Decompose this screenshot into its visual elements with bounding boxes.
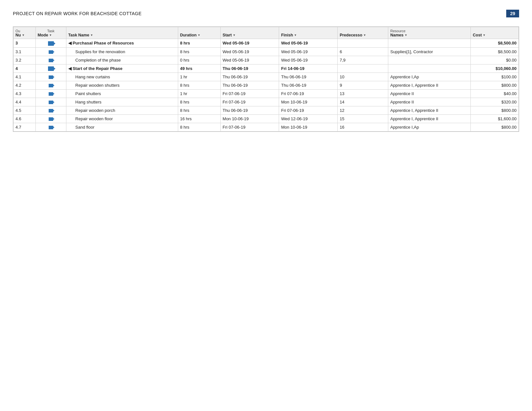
row-task-name: Completion of the phase bbox=[66, 56, 178, 64]
row-start: Thu 06-06-19 bbox=[220, 73, 279, 81]
row-predecessors: 10 bbox=[338, 73, 388, 81]
row-num: 4.7 bbox=[14, 123, 36, 132]
row-resource-names: Apprentice I, Apprentice II bbox=[388, 115, 471, 123]
resource-sort-icon[interactable]: ▼ bbox=[404, 34, 407, 37]
col-header-duration[interactable]: Duration ▼ bbox=[178, 27, 220, 39]
row-resource-names: Apprentice I,Ap bbox=[388, 73, 471, 81]
row-finish: Fri 07-06-19 bbox=[279, 90, 338, 98]
table-row: 4.5Repair wooden porch8 hrsThu 06-06-19F… bbox=[14, 106, 519, 115]
row-resource-names: Apprentice I,Ap bbox=[388, 123, 471, 132]
row-duration: 8 hrs bbox=[178, 98, 220, 106]
col-header-resource-names[interactable]: Resource Names ▼ bbox=[388, 27, 471, 39]
col-header-start[interactable]: Start ▼ bbox=[220, 27, 279, 39]
row-duration: 1 hr bbox=[178, 90, 220, 98]
row-predecessors: 9 bbox=[338, 81, 388, 90]
row-finish: Mon 10-06-19 bbox=[279, 98, 338, 106]
row-predecessors: 16 bbox=[338, 123, 388, 132]
row-task-mode bbox=[35, 106, 66, 115]
row-cost: $40.00 bbox=[471, 90, 519, 98]
row-task-name: Supplies for the renovation bbox=[66, 47, 178, 56]
task-mode-sort-icon[interactable]: ▼ bbox=[49, 34, 52, 37]
row-finish: Fri 07-06-19 bbox=[279, 106, 338, 115]
project-table: Ou Nu ▼ Task Mode ▼ Task Na bbox=[13, 27, 519, 132]
table-row: 3.2Completion of the phase0 hrsWed 05-06… bbox=[14, 56, 519, 64]
row-num: 4.3 bbox=[14, 90, 36, 98]
task-mode-icon bbox=[49, 109, 53, 113]
cost-sort-icon[interactable]: ▼ bbox=[483, 34, 486, 37]
row-num: 4.4 bbox=[14, 98, 36, 106]
row-duration: 8 hrs bbox=[178, 106, 220, 115]
row-task-name: Repair wooden floor bbox=[66, 115, 178, 123]
row-task-mode bbox=[35, 115, 66, 123]
duration-sort-icon[interactable]: ▼ bbox=[198, 34, 200, 37]
row-num: 3.2 bbox=[14, 56, 36, 64]
row-resource-names bbox=[388, 39, 471, 48]
table-row: 4.1Hang new curtains1 hrThu 06-06-19Thu … bbox=[14, 73, 519, 81]
row-num: 4 bbox=[14, 64, 36, 73]
start-sort-icon[interactable]: ▼ bbox=[233, 34, 236, 37]
table-row: 4.3Paint shutters1 hrFri 07-06-19Fri 07-… bbox=[14, 90, 519, 98]
row-num: 4.2 bbox=[14, 81, 36, 90]
col-header-cost[interactable]: Cost ▼ bbox=[471, 27, 519, 39]
row-resource-names: Apprentice I, Apprentice II bbox=[388, 81, 471, 90]
row-start: Fri 07-06-19 bbox=[220, 98, 279, 106]
row-task-name: Repair wooden shutters bbox=[66, 81, 178, 90]
project-table-wrapper: Ou Nu ▼ Task Mode ▼ Task Na bbox=[13, 26, 519, 132]
ou-nu-sort-icon[interactable]: ▼ bbox=[22, 34, 25, 37]
row-resource-names: Supplies[1], Contractor bbox=[388, 47, 471, 56]
task-mode-icon bbox=[49, 59, 53, 62]
pred-sort-icon[interactable]: ▼ bbox=[363, 34, 366, 37]
row-start: Mon 10-06-19 bbox=[220, 115, 279, 123]
row-cost: $100.00 bbox=[471, 73, 519, 81]
row-duration: 1 hr bbox=[178, 73, 220, 81]
row-start: Thu 06-06-19 bbox=[220, 64, 279, 73]
col-header-predecessors[interactable]: Predecesso ▼ bbox=[338, 27, 388, 39]
col-header-task-name[interactable]: Task Name ▼ bbox=[66, 27, 178, 39]
row-task-name: ◀ Purchasal Phase of Resources bbox=[66, 39, 178, 48]
row-cost: $0.00 bbox=[471, 56, 519, 64]
row-cost: $800.00 bbox=[471, 106, 519, 115]
row-duration: 49 hrs bbox=[178, 64, 220, 73]
col-header-ou-nu[interactable]: Ou Nu ▼ bbox=[14, 27, 36, 39]
task-mode-icon bbox=[49, 126, 53, 129]
task-mode-icon bbox=[49, 92, 53, 96]
row-task-mode bbox=[35, 73, 66, 81]
col-header-finish[interactable]: Finish ▼ bbox=[279, 27, 338, 39]
row-finish: Mon 10-06-19 bbox=[279, 123, 338, 132]
table-row: 4◀ Start of the Repair Phase49 hrsThu 06… bbox=[14, 64, 519, 73]
row-resource-names: Apprentice I, Apprentice II bbox=[388, 106, 471, 115]
row-task-mode bbox=[35, 47, 66, 56]
row-task-mode bbox=[35, 90, 66, 98]
table-header-row: Ou Nu ▼ Task Mode ▼ Task Na bbox=[14, 27, 519, 39]
row-num: 4.1 bbox=[14, 73, 36, 81]
row-predecessors bbox=[338, 64, 388, 73]
table-row: 3◀ Purchasal Phase of Resources8 hrsWed … bbox=[14, 39, 519, 48]
task-mode-icon bbox=[49, 75, 53, 79]
row-cost: $8,500.00 bbox=[471, 47, 519, 56]
row-predecessors: 12 bbox=[338, 106, 388, 115]
row-resource-names: Apprentice II bbox=[388, 98, 471, 106]
table-row: 4.7Sand floor8 hrsFri 07-06-19Mon 10-06-… bbox=[14, 123, 519, 132]
row-resource-names bbox=[388, 56, 471, 64]
row-task-mode bbox=[35, 39, 66, 48]
row-start: Thu 06-06-19 bbox=[220, 106, 279, 115]
row-cost: $800.00 bbox=[471, 123, 519, 132]
row-num: 3.1 bbox=[14, 47, 36, 56]
finish-sort-icon[interactable]: ▼ bbox=[294, 34, 297, 37]
row-duration: 16 hrs bbox=[178, 115, 220, 123]
row-task-mode bbox=[35, 98, 66, 106]
project-title: PROJECT ON REPAIR WORK FOR BEACHSIDE COT… bbox=[13, 10, 142, 16]
row-duration: 8 hrs bbox=[178, 81, 220, 90]
row-finish: Wed 05-06-19 bbox=[279, 47, 338, 56]
task-name-sort-icon[interactable]: ▼ bbox=[90, 34, 93, 37]
col-header-task-mode[interactable]: Task Mode ▼ bbox=[35, 27, 66, 39]
task-mode-icon bbox=[49, 117, 53, 121]
row-predecessors: 14 bbox=[338, 98, 388, 106]
row-task-mode bbox=[35, 56, 66, 64]
task-mode-icon bbox=[49, 84, 53, 87]
row-task-mode bbox=[35, 81, 66, 90]
row-start: Fri 07-06-19 bbox=[220, 123, 279, 132]
row-task-name: Paint shutters bbox=[66, 90, 178, 98]
row-task-name: Repair wooden porch bbox=[66, 106, 178, 115]
table-row: 4.4Hang shutters8 hrsFri 07-06-19Mon 10-… bbox=[14, 98, 519, 106]
